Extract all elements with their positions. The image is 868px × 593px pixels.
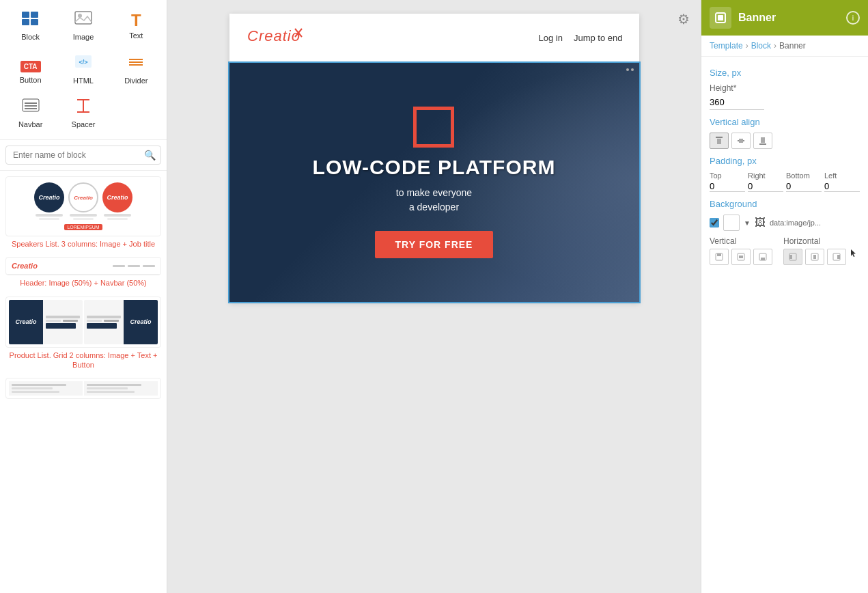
padding-right: Right [748,171,783,192]
size-section-title: Size, px [710,68,860,78]
text-label: Text [129,31,143,40]
search-box: 🔍 [5,146,161,165]
svg-rect-0 [22,12,29,18]
sidebar-item-image[interactable]: Image [58,5,108,46]
svg-rect-34 [761,258,765,260]
block-grid: Block Image T Text CTA Button [0,0,167,139]
sidebar-item-divider[interactable]: Divider [111,49,161,90]
main-content: ⚙ Creatio Log in Jump to end [167,0,701,593]
svg-rect-1 [31,12,38,18]
svg-rect-26 [739,139,743,143]
vertical-bottom-btn[interactable] [753,249,772,265]
svg-rect-38 [813,255,816,259]
breadcrumb-template[interactable]: Template [710,41,743,51]
background-section-title: Background [710,199,860,209]
spacer-label: Spacer [72,120,96,128]
banner-cta-button[interactable]: TRY FOR FREE [375,231,494,258]
more-block-preview[interactable] [5,378,161,399]
valign-top-btn[interactable] [710,133,729,149]
info-icon[interactable]: i [846,11,860,25]
header-block-preview[interactable]: Creatio Header: Image (50%) + Navbar (50… [5,257,161,288]
sidebar-item-block[interactable]: Block [5,5,55,46]
svg-rect-40 [837,255,840,259]
blocks-list: Creatio Creatio Creatio [0,176,167,593]
svg-rect-28 [761,137,765,143]
vertical-top-btn[interactable] [710,249,729,265]
bg-dropdown-arrow[interactable]: ▼ [744,219,751,227]
product-block-preview[interactable]: Creatio [5,296,161,370]
sidebar-item-navbar[interactable]: Navbar [5,93,55,134]
svg-rect-30 [717,253,721,256]
bg-color-picker[interactable] [723,215,740,231]
horizontal-left-btn[interactable] [783,249,802,265]
horizontal-right-btn[interactable] [827,249,846,265]
divider [0,139,167,140]
height-input[interactable] [710,95,764,110]
banner-subtitle-text: to make everyonea developer [396,187,472,212]
image-label: Image [73,33,94,41]
vertical-pos-label: Vertical [710,236,772,246]
settings-icon[interactable]: ⚙ [677,11,690,27]
header-label: Header: Image (50%) + Navbar (50%) [5,278,161,288]
svg-rect-3 [31,19,38,25]
horizontal-center-btn[interactable] [805,249,824,265]
padding-top: Top [710,171,745,192]
text-icon: T [131,12,141,29]
sidebar-item-html[interactable]: </> HTML [58,49,108,90]
right-panel-header: Banner i [701,0,868,36]
product-label: Product List. Grid 2 columns: Image + Te… [5,350,161,370]
divider2 [0,170,167,171]
banner-header-icon [710,7,731,29]
bg-image-text: data:image/jp... [770,219,860,227]
padding-left-label: Left [824,171,860,180]
padding-bottom-input[interactable] [786,181,822,192]
sidebar-item-text[interactable]: T Text [111,5,161,46]
vertical-pos-buttons [710,249,772,265]
breadcrumb-banner: Banner [779,41,806,51]
horizontal-pos-buttons [783,249,858,265]
speakers-preview-img: Creatio Creatio Creatio [5,176,161,236]
vertical-pos-section: Vertical [710,236,772,265]
valign-section-title: Vertical align [710,117,860,127]
bg-image-icon[interactable]: 🖼 [755,217,766,229]
padding-left-input[interactable] [824,181,860,192]
svg-rect-22 [718,15,723,20]
image-icon [74,11,92,30]
search-input[interactable] [5,146,161,165]
height-label: Height* [710,83,860,93]
divider-icon [127,55,145,74]
valign-middle-btn[interactable] [731,133,751,149]
speakers-block-preview[interactable]: Creatio Creatio Creatio [5,176,161,249]
product-preview-img: Creatio [5,296,161,348]
right-panel-title: Banner [738,12,839,24]
bg-checkbox[interactable] [710,218,719,227]
banner-content: LOW-CODE PLATFORM to make everyonea deve… [299,93,570,272]
right-sidebar: Banner i Template › Block › Banner Size,… [701,0,868,593]
email-logo: Creatio [246,25,314,51]
svg-rect-32 [739,256,743,258]
email-canvas: Creatio Log in Jump to end LOW-CODE PLAT… [229,14,639,302]
more-preview-img [5,378,161,399]
horizontal-pos-section: Horizontal [783,236,858,265]
navbar-icon [22,98,40,118]
vertical-center-btn[interactable] [731,249,751,265]
svg-rect-11 [23,99,39,111]
login-link[interactable]: Log in [539,33,563,43]
svg-text:</>: </> [79,59,87,66]
sidebar-item-button[interactable]: CTA Button [5,49,55,90]
breadcrumb-block[interactable]: Block [751,41,771,51]
valign-bottom-btn[interactable] [753,133,772,149]
padding-right-input[interactable] [748,181,783,192]
padding-top-label: Top [710,171,745,180]
email-header: Creatio Log in Jump to end [229,14,639,63]
corner-dot-1 [626,68,629,71]
padding-top-input[interactable] [710,181,745,192]
block-icon [21,11,40,30]
html-label: HTML [73,77,94,85]
svg-rect-36 [789,255,792,259]
jump-link[interactable]: Jump to end [574,33,623,43]
banner-section[interactable]: LOW-CODE PLATFORM to make everyonea deve… [229,63,639,302]
banner-resize-handle[interactable] [626,68,634,71]
search-icon: 🔍 [144,150,156,161]
sidebar-item-spacer[interactable]: Spacer [58,93,108,134]
